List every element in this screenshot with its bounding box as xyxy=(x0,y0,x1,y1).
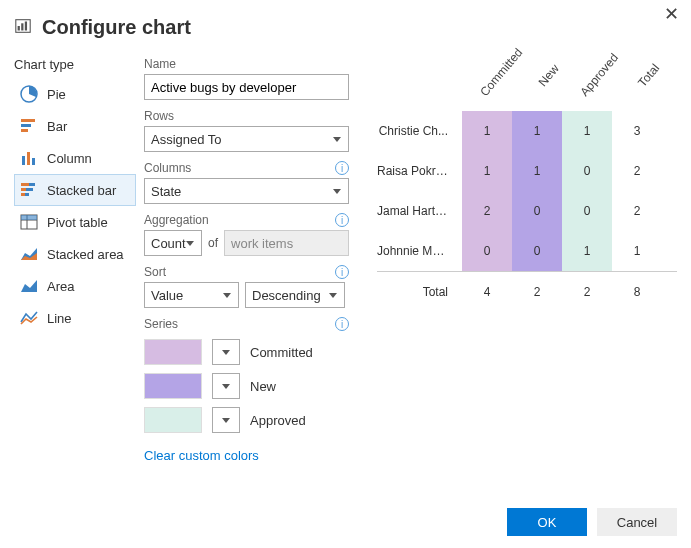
pivot-col-header: Approved xyxy=(577,52,620,99)
pivot-col-header: Committed xyxy=(477,52,520,99)
svg-rect-14 xyxy=(26,188,33,191)
pivot-cell: 2 xyxy=(562,272,612,312)
chart-type-pivot-table[interactable]: Pivot table xyxy=(14,206,136,238)
series-color-picker[interactable] xyxy=(212,373,240,399)
series-color-picker[interactable] xyxy=(212,339,240,365)
aggregation-of-label: of xyxy=(208,236,218,250)
svg-rect-10 xyxy=(32,158,35,165)
pivot-cell: 8 xyxy=(612,272,662,312)
pivot-cell: 0 xyxy=(512,191,562,231)
svg-rect-6 xyxy=(21,124,31,127)
svg-rect-1 xyxy=(18,26,20,31)
series-name: Committed xyxy=(250,345,313,360)
pivot-cell: 2 xyxy=(462,191,512,231)
info-icon[interactable]: i xyxy=(335,317,349,331)
pivot-row-header: Total xyxy=(377,285,462,299)
stacked-bar-icon xyxy=(19,180,39,200)
pivot-cell: 0 xyxy=(512,231,562,271)
bar-icon xyxy=(19,116,39,136)
chart-config-form: Name Rows Assigned To Columnsi State Agg… xyxy=(144,51,349,463)
clear-custom-colors-link[interactable]: Clear custom colors xyxy=(144,448,349,463)
ok-button[interactable]: OK xyxy=(507,508,587,536)
chart-type-stacked-bar[interactable]: Stacked bar xyxy=(14,174,136,206)
series-name: New xyxy=(250,379,276,394)
series-color-swatch xyxy=(144,339,202,365)
line-icon xyxy=(19,308,39,328)
chart-type-label: Stacked area xyxy=(47,247,124,262)
chart-type-stacked-area[interactable]: Stacked area xyxy=(14,238,136,270)
sort-by-select[interactable]: Value xyxy=(144,282,239,308)
columns-label: Columnsi xyxy=(144,161,349,175)
pivot-table-icon xyxy=(19,212,39,232)
pivot-row: Raisa Pokro...1102 xyxy=(377,151,677,191)
pivot-total-row: Total4228 xyxy=(377,271,677,311)
chart-type-column[interactable]: Column xyxy=(14,142,136,174)
info-icon[interactable]: i xyxy=(335,213,349,227)
chart-type-area[interactable]: Area xyxy=(14,270,136,302)
pivot-cell: 1 xyxy=(462,111,512,151)
chart-type-line[interactable]: Line xyxy=(14,302,136,334)
chart-type-label: Pie xyxy=(47,87,66,102)
chart-type-label: Line xyxy=(47,311,72,326)
sort-direction-select[interactable]: Descending xyxy=(245,282,345,308)
pivot-row: Jamal Hartn...2002 xyxy=(377,191,677,231)
cancel-button[interactable]: Cancel xyxy=(597,508,677,536)
pivot-preview-table: Committed New Approved Total Christie Ch… xyxy=(377,61,677,311)
chart-type-heading: Chart type xyxy=(14,57,136,72)
pivot-cell: 1 xyxy=(512,111,562,151)
svg-rect-11 xyxy=(21,183,29,186)
info-icon[interactable]: i xyxy=(335,265,349,279)
stacked-area-icon xyxy=(19,244,39,264)
svg-rect-9 xyxy=(27,152,30,165)
svg-rect-15 xyxy=(21,193,25,196)
chart-config-icon xyxy=(14,17,32,38)
aggregation-select[interactable]: Count xyxy=(144,230,202,256)
pivot-cell: 1 xyxy=(562,111,612,151)
pivot-cell: 1 xyxy=(612,231,662,271)
name-input[interactable] xyxy=(144,74,349,100)
chart-type-pie[interactable]: Pie xyxy=(14,78,136,110)
pivot-cell: 2 xyxy=(512,272,562,312)
rows-select[interactable]: Assigned To xyxy=(144,126,349,152)
chart-preview: Committed New Approved Total Christie Ch… xyxy=(357,51,677,463)
pivot-row: Christie Ch...1113 xyxy=(377,111,677,151)
column-icon xyxy=(19,148,39,168)
series-label: Seriesi xyxy=(144,317,349,331)
chart-type-label: Column xyxy=(47,151,92,166)
pivot-cell: 1 xyxy=(512,151,562,191)
series-color-picker[interactable] xyxy=(212,407,240,433)
pivot-col-header: New xyxy=(527,52,570,99)
svg-rect-5 xyxy=(21,119,35,122)
pivot-cell: 2 xyxy=(612,151,662,191)
chart-type-label: Stacked bar xyxy=(47,183,116,198)
pivot-row-header: Johnnie McL... xyxy=(377,244,462,258)
svg-rect-7 xyxy=(21,129,28,132)
chart-type-label: Area xyxy=(47,279,74,294)
dialog-title: Configure chart xyxy=(42,16,191,39)
name-label: Name xyxy=(144,57,349,71)
svg-rect-2 xyxy=(21,23,23,30)
pie-icon xyxy=(19,84,39,104)
chart-type-bar[interactable]: Bar xyxy=(14,110,136,142)
pivot-row: Johnnie McL...0011 xyxy=(377,231,677,271)
columns-select[interactable]: State xyxy=(144,178,349,204)
svg-rect-16 xyxy=(25,193,29,196)
chart-type-label: Pivot table xyxy=(47,215,108,230)
pivot-cell: 2 xyxy=(612,191,662,231)
pivot-row-header: Raisa Pokro... xyxy=(377,164,462,178)
pivot-cell: 0 xyxy=(562,151,612,191)
series-item: New xyxy=(144,373,349,399)
pivot-row-header: Christie Ch... xyxy=(377,124,462,138)
chart-type-label: Bar xyxy=(47,119,67,134)
info-icon[interactable]: i xyxy=(335,161,349,175)
pivot-cell: 1 xyxy=(562,231,612,271)
pivot-cell: 0 xyxy=(562,191,612,231)
pivot-row-header: Jamal Hartn... xyxy=(377,204,462,218)
pivot-cell: 0 xyxy=(462,231,512,271)
chart-type-sidebar: Chart type Pie Bar Column Stacked bar Pi… xyxy=(14,51,136,463)
svg-rect-12 xyxy=(29,183,35,186)
svg-rect-3 xyxy=(25,22,27,31)
close-icon[interactable]: ✕ xyxy=(664,3,679,25)
rows-label: Rows xyxy=(144,109,349,123)
pivot-cell: 3 xyxy=(612,111,662,151)
